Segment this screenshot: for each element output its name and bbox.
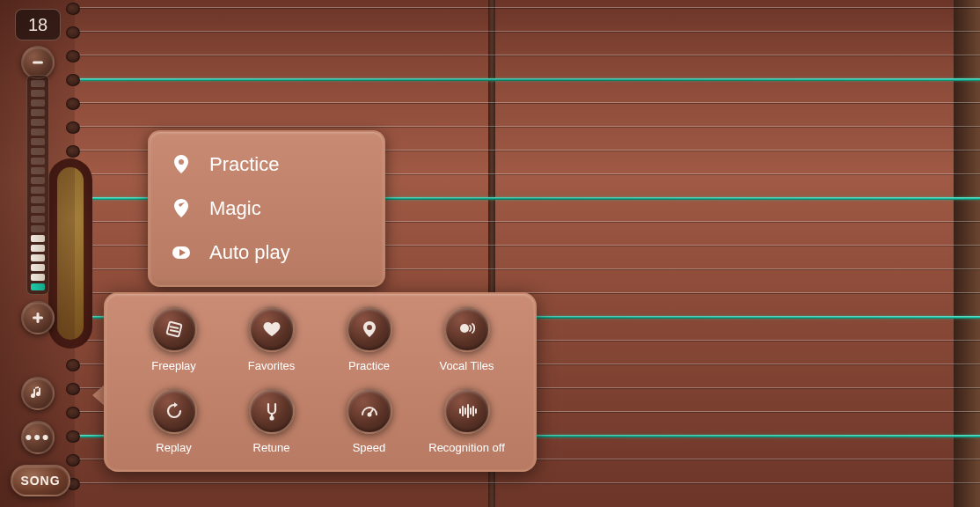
svg-point-11	[368, 414, 370, 416]
play-icon	[169, 240, 194, 265]
replay-button[interactable]: Replay	[125, 388, 223, 454]
volume-segment	[31, 80, 45, 87]
action-label: Replay	[156, 441, 191, 454]
volume-segment	[31, 235, 45, 242]
volume-segment	[31, 274, 45, 281]
pick-star-icon	[169, 196, 194, 221]
menu-label: Magic	[209, 197, 261, 220]
action-label: Vocal Tiles	[439, 359, 494, 372]
action-label: Favorites	[248, 359, 295, 372]
volume-segment	[31, 90, 45, 97]
volume-segment	[31, 187, 45, 194]
volume-segment	[31, 119, 45, 126]
svg-line-7	[170, 330, 179, 332]
svg-line-6	[170, 327, 179, 328]
mode-menu: Practice Magic Auto play	[148, 130, 385, 287]
string[interactable]	[75, 7, 980, 9]
volume-segment	[31, 109, 45, 116]
volume-segment	[31, 283, 45, 290]
svg-point-3	[177, 203, 179, 206]
svg-rect-5	[166, 321, 181, 336]
recognition-toggle-button[interactable]: Recognition off	[418, 388, 516, 454]
svg-point-9	[270, 417, 273, 420]
vocal-tiles-button[interactable]: Vocal Tiles	[418, 306, 516, 372]
volume-segment	[31, 99, 45, 107]
layers-icon	[164, 319, 185, 340]
volume-segment	[31, 225, 45, 232]
string[interactable]	[75, 102, 980, 104]
practice-button[interactable]: Practice	[320, 306, 418, 372]
menu-label: Auto play	[209, 241, 290, 264]
music-library-button[interactable]	[21, 377, 55, 410]
string[interactable]	[75, 78, 980, 81]
favorites-button[interactable]: Favorites	[223, 306, 320, 372]
voice-icon	[457, 319, 478, 340]
volume-segment	[31, 196, 45, 203]
volume-segment	[31, 245, 45, 252]
gauge-icon	[359, 400, 380, 422]
string[interactable]	[75, 55, 980, 56]
string-counter: 18	[15, 9, 61, 40]
menu-item-practice[interactable]: Practice	[165, 143, 368, 187]
more-options-button[interactable]: •••	[21, 421, 55, 454]
action-menu: Freeplay Favorites Practice Vocal Tiles …	[104, 292, 537, 472]
volume-segment	[31, 264, 45, 271]
freeplay-button[interactable]: Freeplay	[125, 306, 223, 372]
volume-segment	[31, 167, 45, 174]
song-button[interactable]: SONG	[11, 465, 70, 496]
menu-item-autoplay[interactable]: Auto play	[165, 231, 368, 275]
volume-slider[interactable]	[26, 75, 49, 295]
pick-mic-icon	[169, 152, 194, 177]
retune-button[interactable]: Retune	[223, 388, 320, 454]
waveform-icon	[457, 400, 478, 422]
volume-segment	[31, 254, 45, 261]
volume-segment	[31, 158, 45, 165]
action-label: Recognition off	[428, 441, 505, 454]
action-label: Retune	[253, 441, 290, 454]
string[interactable]	[75, 126, 980, 128]
increase-button[interactable]	[21, 301, 55, 334]
volume-segment	[31, 129, 45, 136]
action-label: Practice	[348, 359, 390, 372]
right-frame	[954, 0, 980, 507]
volume-segment	[31, 138, 45, 145]
speed-button[interactable]: Speed	[320, 388, 418, 454]
volume-segment	[31, 177, 45, 184]
replay-icon	[164, 400, 185, 422]
heart-icon	[261, 319, 282, 340]
menu-item-magic[interactable]: Magic	[165, 187, 368, 231]
svg-rect-0	[33, 62, 43, 64]
svg-point-8	[460, 324, 469, 333]
svg-rect-2	[37, 312, 40, 323]
tuning-fork-icon	[261, 400, 282, 422]
pick-icon	[359, 319, 380, 340]
menu-label: Practice	[209, 153, 279, 176]
volume-segment	[31, 148, 45, 155]
volume-segment	[31, 206, 45, 213]
string[interactable]	[75, 31, 980, 33]
action-label: Speed	[353, 441, 386, 454]
volume-segment	[31, 216, 45, 223]
string[interactable]	[75, 482, 980, 484]
action-label: Freeplay	[151, 359, 196, 372]
